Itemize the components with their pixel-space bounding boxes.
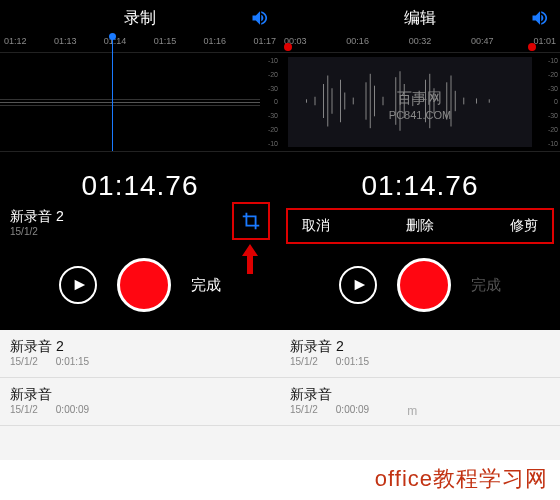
watermark-url: PC841.COM <box>389 109 451 121</box>
record-button[interactable] <box>397 258 451 312</box>
tick: 01:12 <box>4 36 27 52</box>
list-item-duration: 0:01:15 <box>56 356 89 367</box>
trim-handle-left[interactable] <box>284 43 292 51</box>
trim-handle-right[interactable] <box>528 43 536 51</box>
timer: 01:14.76 <box>362 170 479 201</box>
tick: 01:01 <box>533 36 556 52</box>
record-button[interactable] <box>117 258 171 312</box>
done-button[interactable]: 完成 <box>191 276 221 295</box>
footer-brand: office教程学习网 <box>375 464 548 494</box>
tick: 01:13 <box>54 36 77 52</box>
list-item-date: 15/1/2 <box>10 356 38 367</box>
list-item[interactable]: 新录音 2 15/1/2 0:01:15 <box>280 330 560 378</box>
watermark: 百事网 PC841.COM <box>389 88 451 122</box>
tick: 01:15 <box>154 36 177 52</box>
recording-meta-row: 新录音 2 15/1/2 <box>0 208 280 244</box>
recording-panel: 录制 01:12 01:13 01:14 01:15 01:16 01:17 -… <box>0 0 280 460</box>
list-item[interactable]: 新录音 15/1/2 0:00:09 <box>0 378 280 426</box>
timer-display: 01:14.76 <box>0 152 280 208</box>
list-item-date: 15/1/2 <box>10 404 38 415</box>
waveform-scale: -10-20-300-30-20-10 <box>268 53 278 151</box>
list-item[interactable]: 新录音 2 15/1/2 0:01:15 <box>0 330 280 378</box>
edit-actions-bar: 取消 删除 修剪 <box>286 208 554 244</box>
watermark-char: m <box>407 404 417 418</box>
watermark-text: 百事网 <box>397 89 442 106</box>
audio-output-icon[interactable] <box>530 8 550 28</box>
waveform-view[interactable]: -10-20-300-30-20-10 <box>0 52 280 152</box>
trim-confirm-button[interactable]: 修剪 <box>510 217 538 235</box>
tick: 00:47 <box>471 36 494 52</box>
list-item-name: 新录音 <box>290 386 550 404</box>
list-item-name: 新录音 <box>10 386 270 404</box>
tick: 01:17 <box>253 36 276 52</box>
done-button: 完成 <box>471 276 501 295</box>
recordings-list: 新录音 2 15/1/2 0:01:15 新录音 15/1/2 0:00:09 … <box>280 330 560 460</box>
tick: 00:16 <box>346 36 369 52</box>
cancel-button[interactable]: 取消 <box>302 217 330 235</box>
list-item-duration: 0:00:09 <box>336 404 369 418</box>
list-item-duration: 0:00:09 <box>56 404 89 415</box>
recordings-list: 新录音 2 15/1/2 0:01:15 新录音 15/1/2 0:00:09 <box>0 330 280 460</box>
header: 编辑 <box>280 0 560 36</box>
trim-button[interactable] <box>232 202 270 240</box>
timer: 01:14.76 <box>82 170 199 201</box>
tick: 00:32 <box>409 36 432 52</box>
list-item-name: 新录音 2 <box>290 338 550 356</box>
waveform-view[interactable]: 百事网 PC841.COM -10-20-300-30-20-10 <box>280 52 560 152</box>
delete-button[interactable]: 删除 <box>406 217 434 235</box>
playback-controls: 完成 <box>0 244 280 330</box>
list-item-duration: 0:01:15 <box>336 356 369 367</box>
playhead[interactable] <box>112 37 113 151</box>
audio-output-icon[interactable] <box>250 8 270 28</box>
timer-display: 01:14.76 <box>280 152 560 208</box>
list-item-date: 15/1/2 <box>290 356 318 367</box>
header-title: 编辑 <box>404 8 436 29</box>
timeline-ruler: 00:03 00:16 00:32 00:47 01:01 <box>280 36 560 52</box>
header-title: 录制 <box>124 8 156 29</box>
tick: 01:16 <box>204 36 227 52</box>
waveform-line <box>0 102 260 103</box>
header: 录制 <box>0 0 280 36</box>
edit-panel: 编辑 00:03 00:16 00:32 00:47 01:01 <box>280 0 560 460</box>
list-item-name: 新录音 2 <box>10 338 270 356</box>
play-button[interactable] <box>59 266 97 304</box>
waveform-scale: -10-20-300-30-20-10 <box>548 53 558 151</box>
playback-controls: 完成 <box>280 244 560 330</box>
list-item-date: 15/1/2 <box>290 404 318 418</box>
timeline-ruler: 01:12 01:13 01:14 01:15 01:16 01:17 <box>0 36 280 52</box>
list-item[interactable]: 新录音 15/1/2 0:00:09 m <box>280 378 560 426</box>
play-button[interactable] <box>339 266 377 304</box>
